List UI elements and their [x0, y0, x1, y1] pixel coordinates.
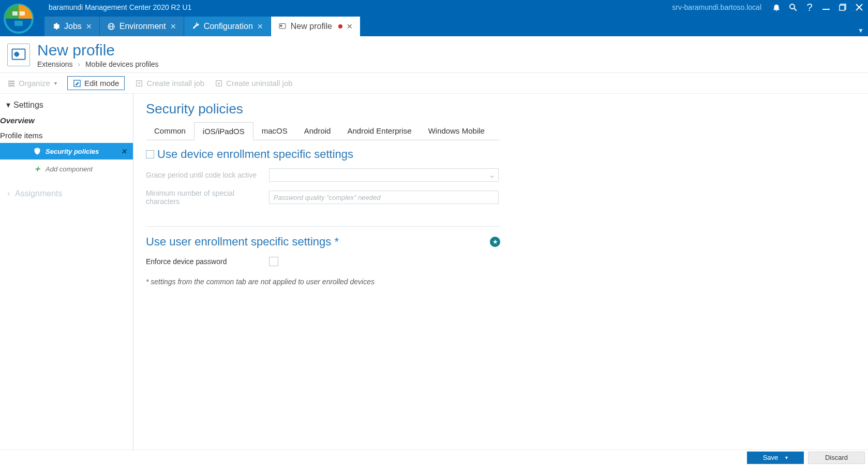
subtab-android[interactable]: Android: [296, 122, 339, 140]
search-icon[interactable]: [788, 3, 798, 12]
sidebar-add-component[interactable]: ＋ Add component: [0, 159, 133, 179]
breadcrumb-item[interactable]: Mobile devices profiles: [85, 60, 159, 68]
tab-configuration[interactable]: Configuration ✕: [184, 17, 271, 36]
wrench-icon: [191, 22, 200, 31]
profile-icon: [278, 22, 287, 31]
toolbar-label: Create uninstall job: [226, 79, 292, 88]
tabstrip-overflow-icon[interactable]: ▼: [858, 27, 864, 34]
button-label: Discard: [825, 454, 848, 461]
title-bar: baramundi Management Center 2020 R2 U1 s…: [0, 0, 868, 14]
tab-label: New profile: [291, 22, 332, 31]
host-label: srv-baramundi.bartoso.local: [672, 3, 761, 11]
help-icon[interactable]: ?: [805, 2, 814, 13]
sidebar-item-security-policies[interactable]: Security policies ✕: [0, 143, 133, 159]
sidebar-item-overview[interactable]: Overview: [0, 113, 133, 128]
tab-jobs[interactable]: Jobs ✕: [44, 17, 100, 36]
section-label: Use device enrollment specific settings: [157, 148, 353, 161]
create-install-job-button[interactable]: Create install job: [135, 79, 204, 88]
tab-label: Configuration: [204, 22, 253, 31]
profile-gear-icon: [7, 43, 30, 66]
breadcrumb-item[interactable]: Extensions: [37, 60, 72, 68]
sidebar-label: Security policies: [46, 148, 99, 155]
chevron-down-icon: ▾: [54, 80, 57, 86]
bell-icon[interactable]: [772, 3, 781, 12]
sidebar-label: Settings: [13, 100, 43, 110]
svg-rect-2: [20, 11, 25, 16]
svg-rect-18: [8, 80, 14, 82]
grace-period-label: Grace period until code lock active: [146, 171, 269, 179]
organize-button[interactable]: Organize ▾: [7, 79, 57, 88]
min-special-chars-input[interactable]: Password quality "complex" needed: [269, 191, 499, 204]
app-title: baramundi Management Center 2020 R2 U1: [49, 3, 191, 11]
remove-icon[interactable]: ✕: [121, 148, 127, 155]
svg-rect-19: [8, 83, 14, 84]
subtab-android-enterprise[interactable]: Android Enterprise: [339, 122, 420, 140]
install-icon: [135, 79, 143, 88]
create-uninstall-job-button[interactable]: Create uninstall job: [215, 79, 292, 88]
shield-icon: [33, 147, 41, 155]
chevron-right-icon: ›: [7, 189, 10, 198]
discard-button[interactable]: Discard: [808, 452, 865, 464]
svg-rect-3: [14, 21, 23, 26]
star-badge-icon: ★: [490, 237, 500, 247]
page-header: New profile Extensions › Mobile devices …: [0, 36, 868, 73]
tab-new-profile[interactable]: New profile ✕: [271, 17, 361, 36]
subtab-ios[interactable]: iOS/iPadOS: [194, 122, 253, 140]
minimize-icon[interactable]: [821, 4, 831, 11]
sidebar-item-profile-items[interactable]: Profile items: [0, 128, 133, 143]
section-device-enrollment: Use device enrollment specific settings: [146, 148, 856, 161]
sidebar-section-settings[interactable]: ▾ Settings: [0, 97, 133, 113]
tab-close-icon[interactable]: ✕: [257, 22, 263, 31]
button-label: Save: [763, 454, 779, 461]
content: Security policies Common iOS/iPadOS macO…: [133, 94, 868, 449]
min-special-chars-label: Minimum number of special characters: [146, 189, 269, 206]
sidebar-label: Profile items: [0, 131, 43, 140]
svg-rect-15: [280, 25, 282, 26]
svg-rect-20: [8, 85, 14, 86]
device-enrollment-checkbox[interactable]: [146, 150, 154, 158]
section-divider: [146, 226, 500, 227]
tab-label: Environment: [119, 22, 166, 31]
page-title: New profile: [37, 41, 159, 59]
svg-point-4: [790, 4, 795, 9]
edit-mode-button[interactable]: Edit mode: [67, 76, 125, 90]
chevron-down-icon: ▾: [785, 455, 788, 460]
subtab-windows-mobile[interactable]: Windows Mobile: [420, 122, 493, 140]
subtab-strip: Common iOS/iPadOS macOS Android Android …: [146, 122, 500, 140]
svg-rect-8: [840, 5, 845, 10]
close-icon[interactable]: [855, 4, 864, 11]
toolbar-label: Edit mode: [84, 79, 119, 88]
svg-line-5: [794, 8, 797, 11]
tab-close-icon[interactable]: ✕: [347, 22, 353, 31]
tab-label: Jobs: [64, 22, 82, 31]
subtab-macos[interactable]: macOS: [253, 122, 296, 140]
sidebar-label: Assignments: [15, 189, 63, 198]
save-button[interactable]: Save ▾: [747, 452, 804, 464]
tab-environment[interactable]: Environment ✕: [100, 17, 184, 36]
sidebar-label: Overview: [0, 116, 35, 125]
organize-icon: [7, 79, 16, 88]
app-logo-icon: [3, 3, 34, 34]
footnote: * settings from the common tab are not a…: [146, 278, 856, 286]
subtab-common[interactable]: Common: [146, 122, 194, 140]
breadcrumb: Extensions › Mobile devices profiles: [37, 60, 159, 68]
globe-icon: [107, 22, 115, 31]
svg-point-17: [15, 52, 19, 56]
uninstall-icon: [215, 79, 223, 88]
grace-period-select[interactable]: [269, 168, 499, 182]
enforce-password-label: Enforce device password: [146, 257, 269, 266]
footer: Save ▾ Discard: [0, 449, 868, 465]
tab-strip: Jobs ✕ Environment ✕ Configuration ✕ New…: [0, 14, 868, 36]
gear-icon: [52, 22, 60, 31]
svg-rect-6: [822, 9, 830, 10]
tab-close-icon[interactable]: ✕: [86, 22, 92, 31]
edit-icon: [73, 79, 81, 88]
sidebar-section-assignments[interactable]: › Assignments: [0, 184, 133, 204]
toolbar-label: Create install job: [146, 79, 204, 88]
unsaved-indicator-icon: [338, 24, 342, 28]
svg-rect-1: [12, 11, 18, 16]
maximize-icon[interactable]: [838, 4, 847, 11]
tab-close-icon[interactable]: ✕: [170, 22, 176, 31]
enforce-password-checkbox[interactable]: [269, 257, 278, 266]
sidebar-label: Add component: [46, 165, 93, 173]
